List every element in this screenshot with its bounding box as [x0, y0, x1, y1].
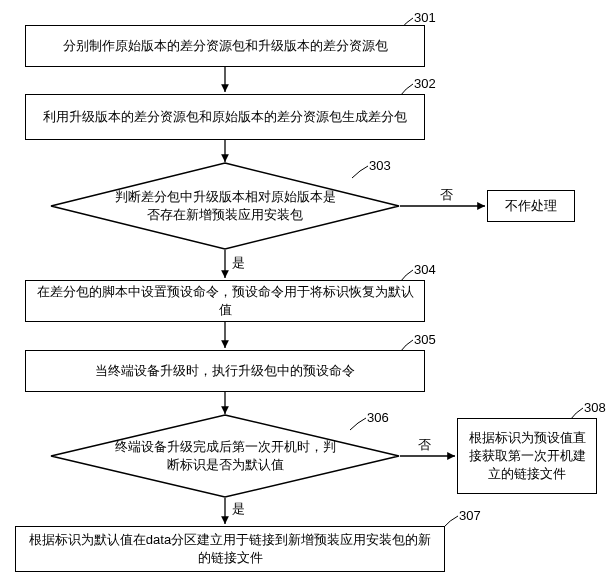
step-301-text: 分别制作原始版本的差分资源包和升级版本的差分资源包: [63, 37, 388, 55]
step-305: 当终端设备升级时，执行升级包中的预设命令: [25, 350, 425, 392]
step-301: 分别制作原始版本的差分资源包和升级版本的差分资源包: [25, 25, 425, 67]
decision-306-num: 306: [367, 410, 389, 425]
decision-306-text: 终端设备升级完成后第一次开机时，判断标识是否为默认值: [90, 438, 360, 474]
step-308-num: 308: [584, 400, 606, 415]
step-noop-text: 不作处理: [505, 197, 557, 215]
step-302-num: 302: [414, 76, 436, 91]
step-308: 根据标识为预设值直接获取第一次开机建立的链接文件: [457, 418, 597, 494]
step-noop: 不作处理: [487, 190, 575, 222]
step-304-num: 304: [414, 262, 436, 277]
step-305-text: 当终端设备升级时，执行升级包中的预设命令: [95, 362, 355, 380]
step-304-text: 在差分包的脚本中设置预设命令，预设命令用于将标识恢复为默认值: [36, 283, 414, 319]
step-305-num: 305: [414, 332, 436, 347]
decision-303-text: 判断差分包中升级版本相对原始版本是否存在新增预装应用安装包: [90, 188, 360, 224]
step-302-text: 利用升级版本的差分资源包和原始版本的差分资源包生成差分包: [43, 108, 407, 126]
step-302: 利用升级版本的差分资源包和原始版本的差分资源包生成差分包: [25, 94, 425, 140]
edge-306-no: 否: [418, 436, 431, 454]
step-307-text: 根据标识为默认值在data分区建立用于链接到新增预装应用安装包的新的链接文件: [26, 531, 434, 567]
edge-306-yes: 是: [232, 500, 245, 518]
decision-303-num: 303: [369, 158, 391, 173]
step-307-num: 307: [459, 508, 481, 523]
edge-303-no: 否: [440, 186, 453, 204]
step-307: 根据标识为默认值在data分区建立用于链接到新增预装应用安装包的新的链接文件: [15, 526, 445, 572]
edge-303-yes: 是: [232, 254, 245, 272]
step-301-num: 301: [414, 10, 436, 25]
step-308-text: 根据标识为预设值直接获取第一次开机建立的链接文件: [468, 429, 586, 484]
decision-306: 终端设备升级完成后第一次开机时，判断标识是否为默认值: [50, 414, 400, 498]
decision-303: 判断差分包中升级版本相对原始版本是否存在新增预装应用安装包: [50, 162, 400, 250]
step-304: 在差分包的脚本中设置预设命令，预设命令用于将标识恢复为默认值: [25, 280, 425, 322]
